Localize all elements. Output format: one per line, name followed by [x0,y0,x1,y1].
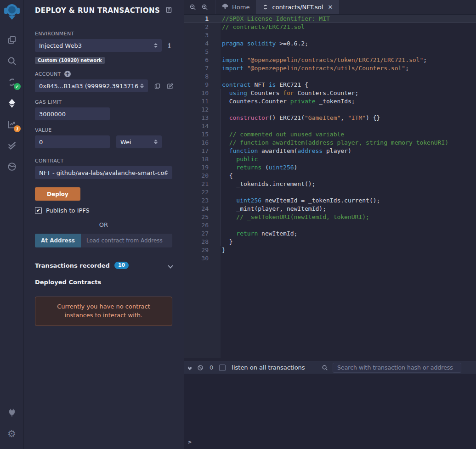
code-line[interactable]: 15 // commented out unused variable [184,130,476,139]
solidity-compiler-icon[interactable]: ✔ [6,76,18,88]
code-line[interactable]: 27 return newItemId; [184,230,476,238]
line-number: 10 [184,89,221,97]
code-line[interactable]: 21 _tokenIds.increment(); [184,180,476,188]
line-number: 3 [184,31,221,39]
plugin-manager-icon[interactable] [6,407,18,419]
code-line[interactable]: 5 [184,48,476,56]
line-number: 15 [184,130,221,139]
clear-console-icon[interactable] [197,365,204,371]
account-select[interactable]: 0x845...B1aB3 (999992.3913716 [35,79,148,92]
code-line[interactable]: 3 [184,31,476,39]
code-line[interactable]: 2// contracts/ERC721.sol [184,23,476,31]
line-number: 13 [184,114,221,122]
debugger-icon[interactable] [6,161,18,173]
zoom-in-icon[interactable] [198,0,210,14]
documentation-icon[interactable] [165,6,172,15]
select-caret-icon [154,140,158,144]
code-line[interactable]: 29} [184,246,476,254]
select-caret-icon [164,170,168,175]
transactions-count-badge: 10 [114,262,129,269]
at-address-input[interactable] [81,234,172,247]
publish-ipfs-checkbox[interactable]: ✔ [35,207,42,214]
code-line[interactable]: 10 using Counters for Counters.Counter; [184,89,476,97]
code-line[interactable]: 1//SPDX-License-Identifier: MIT [184,15,476,23]
terminal-search-input[interactable] [333,363,461,373]
code-line[interactable]: 30 [184,254,476,263]
select-caret-icon [140,84,144,88]
solidity-unit-testing-icon[interactable] [6,140,18,152]
transactions-recorded-row[interactable]: Transactions recorded 10 [35,262,172,269]
settings-icon[interactable]: ⚙ [6,428,18,440]
listen-transactions-label: listen on all transactions [232,364,305,371]
deploy-button[interactable]: Deploy [35,187,80,201]
analytics-icon[interactable]: 1 [6,118,18,130]
terminal-prompt: > [188,438,192,445]
line-number: 29 [184,246,221,254]
terminal-console[interactable]: > [184,374,476,449]
line-number: 8 [184,73,221,81]
publish-ipfs-label: Publish to IPFS [46,207,90,214]
code-line[interactable]: 8 [184,73,476,81]
close-tab-icon[interactable]: ✕ [328,4,333,11]
line-number: 22 [184,188,221,196]
line-number: 27 [184,230,221,238]
value-unit-select[interactable]: Wei [116,135,162,148]
checkmark-icon: ✔ [36,208,40,213]
code-line[interactable]: 25 // _setTokenURI(newItemId, tokenURI); [184,213,476,221]
code-line[interactable]: 4pragma solidity >=0.6.2; [184,39,476,48]
deploy-and-run-icon[interactable] [6,97,18,109]
code-line[interactable]: 19 returns (uint256) [184,163,476,172]
value-label: VALUE [35,127,172,133]
code-line[interactable]: 16 // function awardItem(address player,… [184,139,476,147]
copy-account-icon[interactable] [154,83,161,90]
edit-account-icon[interactable] [167,83,174,90]
code-line[interactable]: 23 uint256 newItemId = _tokenIds.current… [184,196,476,205]
line-number: 18 [184,155,221,163]
code-line[interactable]: 7import "@openzeppelin/contracts/utils/C… [184,64,476,73]
add-account-icon[interactable]: + [64,71,71,77]
line-number: 28 [184,238,221,246]
tab-home[interactable]: Home [215,0,256,14]
tab-nft-sol[interactable]: contracts/NFT.sol ✕ [256,0,339,14]
line-number: 5 [184,48,221,56]
line-number: 14 [184,122,221,130]
code-line[interactable]: 26 [184,221,476,230]
at-address-button[interactable]: At Address [35,234,81,247]
gas-limit-input[interactable] [35,107,110,120]
environment-select[interactable]: Injected Web3 [35,39,162,52]
code-line[interactable]: 17 function awardItem(address player) [184,147,476,155]
code-line[interactable]: 24 _mint(player, newItemId); [184,205,476,213]
line-number: 20 [184,172,221,180]
code-line[interactable]: 12 [184,106,476,114]
code-line[interactable]: 28 } [184,238,476,246]
code-line[interactable]: 18 public [184,155,476,163]
code-editor[interactable]: 1//SPDX-License-Identifier: MIT2// contr… [184,15,476,358]
environment-info-icon[interactable]: i [168,42,170,49]
chevron-down-icon[interactable] [169,262,172,269]
network-badge: Custom (10920) network [35,57,105,64]
value-input[interactable] [35,135,110,148]
line-number: 30 [184,254,221,263]
account-label: ACCOUNT + [35,71,172,77]
code-line[interactable]: 11 Counters.Counter private _tokenIds; [184,97,476,106]
compiler-success-badge: ✔ [14,83,21,90]
deployed-contracts-label: Deployed Contracts [35,279,172,286]
remix-logo-icon[interactable] [3,3,21,21]
code-line[interactable]: 22 [184,188,476,196]
line-number: 21 [184,180,221,188]
file-explorer-icon[interactable] [6,34,18,46]
collapse-terminal-icon[interactable] [188,367,191,369]
code-line[interactable]: 20 { [184,172,476,180]
listen-transactions-checkbox[interactable] [219,365,226,371]
code-line[interactable]: 9contract NFT is ERC721 { [184,81,476,89]
search-icon[interactable] [6,55,18,67]
code-line[interactable]: 13 constructor() ERC721("GameItem", "ITM… [184,114,476,122]
zoom-out-icon[interactable] [187,0,198,14]
code-line[interactable]: 6import "@openzeppelin/contracts/token/E… [184,56,476,64]
line-number: 9 [184,81,221,89]
contract-select[interactable]: NFT - github/ava-labs/avalanche-smart-co… [35,166,172,179]
code-line[interactable]: 14 [184,122,476,130]
line-number: 2 [184,23,221,31]
terminal-search-icon [322,365,328,371]
deploy-run-panel: DEPLOY & RUN TRANSACTIONS ENVIRONMENT In… [24,0,184,449]
